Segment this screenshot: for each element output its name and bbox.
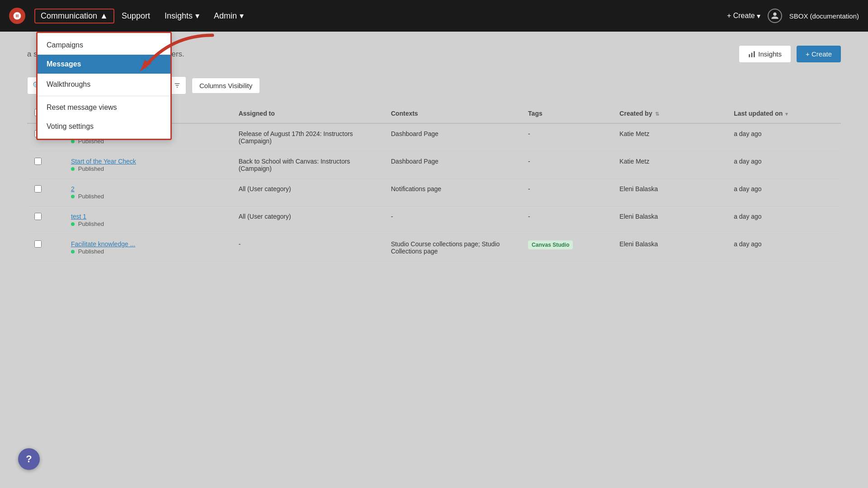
dropdown-voting[interactable]: Voting settings — [38, 117, 170, 136]
status-text-1: Published — [78, 165, 104, 172]
status-dot-0 — [71, 140, 75, 143]
row-created-by-2: Eleni Balaska — [612, 179, 726, 206]
table-row: test 1 Published All (User category) - -… — [27, 206, 841, 234]
chevron-down-icon: ▾ — [195, 11, 199, 21]
row-tags-3: - — [521, 206, 612, 234]
app-logo[interactable] — [9, 8, 25, 24]
dropdown-campaigns[interactable]: Campaigns — [38, 36, 170, 55]
page-actions: Insights + Create — [739, 45, 841, 63]
row-title-link-2[interactable]: 2 — [71, 185, 75, 192]
dropdown-messages[interactable]: Messages — [38, 55, 170, 75]
status-dot-1 — [71, 167, 75, 171]
row-tags-2: - — [521, 179, 612, 206]
row-select-checkbox-2[interactable] — [34, 185, 42, 192]
chevron-up-icon: ▲ — [100, 11, 108, 21]
row-title-3: test 1 Published — [64, 206, 231, 234]
nav-create-button[interactable]: + Create ▾ — [727, 12, 760, 20]
row-contexts-3: - — [384, 206, 521, 234]
row-contexts-0: Dashboard Page — [384, 123, 521, 151]
row-assigned-0: Release of August 17th 2024: Instructors… — [231, 123, 384, 151]
top-navigation: Communication ▲ Support Insights ▾ Admin… — [0, 0, 868, 32]
row-tags-1: - — [521, 151, 612, 179]
row-tags-0: - — [521, 123, 612, 151]
row-title-2: 2 Published — [64, 179, 231, 206]
row-created-by-4: Eleni Balaska — [612, 234, 726, 262]
insights-button[interactable]: Insights — [739, 45, 791, 63]
row-contexts-4: Studio Course collections page; Studio C… — [384, 234, 521, 262]
row-assigned-4: - — [231, 234, 384, 262]
table-header-assigned: Assigned to — [231, 103, 384, 123]
status-text-3: Published — [78, 221, 104, 227]
row-checkbox-1 — [27, 151, 64, 179]
svg-rect-2 — [751, 52, 753, 57]
nav-account-label[interactable]: SBOX (documentation) — [789, 12, 859, 20]
nav-support[interactable]: Support — [114, 8, 157, 24]
row-select-checkbox-3[interactable] — [34, 213, 42, 220]
row-title-link-4[interactable]: Facilitate knowledge ... — [71, 240, 135, 248]
row-last-updated-4: a day ago — [726, 234, 841, 262]
row-assigned-2: All (User category) — [231, 179, 384, 206]
row-contexts-2: Notifications page — [384, 179, 521, 206]
table-row: Start of the Year Check Published Back t… — [27, 151, 841, 179]
dropdown-walkthroughs[interactable]: Walkthroughs — [38, 75, 170, 94]
status-dot-2 — [71, 195, 75, 198]
row-checkbox-2 — [27, 179, 64, 206]
row-tags-4: Canvas Studio — [521, 234, 612, 262]
row-title-link-1[interactable]: Start of the Year Check — [71, 158, 136, 165]
row-title-4: Facilitate knowledge ... Published — [64, 234, 231, 262]
row-title-1: Start of the Year Check Published — [64, 151, 231, 179]
nav-user-icon[interactable] — [768, 9, 782, 23]
table-row: 2 Published All (User category) Notifica… — [27, 179, 841, 206]
status-text-4: Published — [78, 248, 104, 255]
nav-insights[interactable]: Insights ▾ — [157, 7, 207, 24]
table-row: Facilitate knowledge ... Published - Stu… — [27, 234, 841, 262]
table-header-contexts: Contexts — [384, 103, 521, 123]
dropdown-reset[interactable]: Reset message views — [38, 98, 170, 117]
row-checkbox-3 — [27, 206, 64, 234]
columns-visibility-button[interactable]: Columns Visibility — [192, 78, 260, 94]
chevron-down-icon: ▾ — [240, 11, 244, 21]
help-button[interactable]: ? — [18, 448, 40, 470]
svg-rect-1 — [749, 54, 750, 57]
row-last-updated-3: a day ago — [726, 206, 841, 234]
chevron-down-icon: ▾ — [757, 12, 760, 20]
row-created-by-1: Katie Metz — [612, 151, 726, 179]
table-header-last-updated[interactable]: Last updated on ▾ — [726, 103, 841, 123]
row-contexts-1: Dashboard Page — [384, 151, 521, 179]
sort-icon-updated: ▾ — [785, 111, 788, 117]
table-header-tags: Tags — [521, 103, 612, 123]
row-checkbox-4 — [27, 234, 64, 262]
row-created-by-0: Katie Metz — [612, 123, 726, 151]
row-last-updated-0: a day ago — [726, 123, 841, 151]
row-last-updated-1: a day ago — [726, 151, 841, 179]
row-select-checkbox-1[interactable] — [34, 158, 42, 165]
row-last-updated-2: a day ago — [726, 179, 841, 206]
canvas-studio-tag: Canvas Studio — [528, 240, 573, 249]
status-text-2: Published — [78, 193, 104, 200]
sort-icon-created: ⇅ — [655, 111, 659, 117]
row-assigned-3: All (User category) — [231, 206, 384, 234]
row-select-checkbox-4[interactable] — [34, 240, 42, 248]
communication-dropdown: Campaigns Messages Walkthroughs Reset me… — [36, 32, 172, 140]
dropdown-divider — [38, 96, 170, 96]
nav-right-actions: + Create ▾ SBOX (documentation) — [727, 9, 859, 23]
status-dot-4 — [71, 250, 75, 253]
row-assigned-1: Back to School with Canvas: Instructors … — [231, 151, 384, 179]
nav-communication[interactable]: Communication ▲ — [34, 9, 114, 23]
svg-rect-3 — [754, 51, 755, 57]
row-created-by-3: Eleni Balaska — [612, 206, 726, 234]
row-title-link-3[interactable]: test 1 — [71, 213, 86, 220]
table-header-created-by[interactable]: Created by ⇅ — [612, 103, 726, 123]
create-button[interactable]: + Create — [797, 46, 841, 62]
nav-admin[interactable]: Admin ▾ — [207, 7, 251, 24]
status-dot-3 — [71, 222, 75, 226]
